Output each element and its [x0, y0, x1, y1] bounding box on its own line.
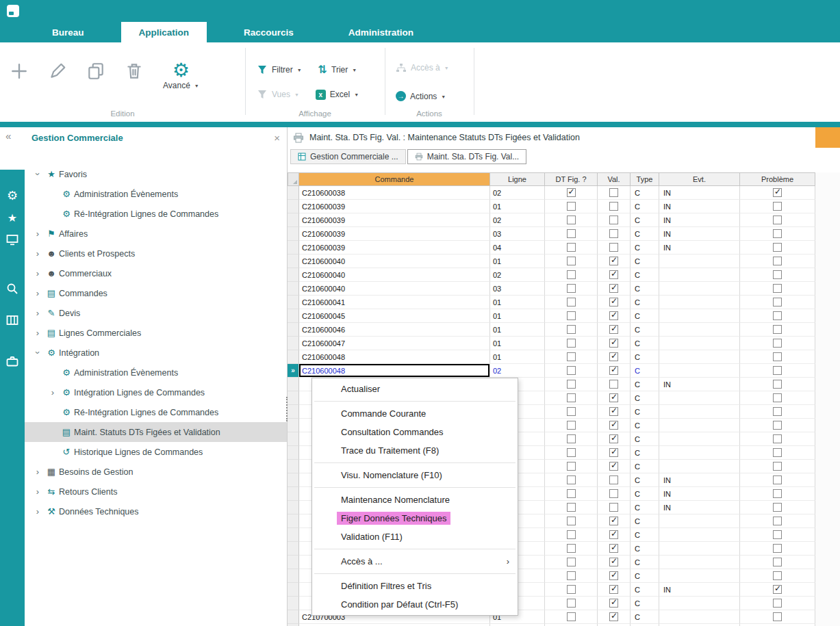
chevron-icon[interactable]: › [31, 308, 44, 318]
dt-checkbox[interactable] [567, 380, 576, 389]
command-cell[interactable]: C210600047 [299, 337, 490, 350]
type-cell[interactable]: C [631, 542, 659, 556]
type-cell[interactable]: C [631, 419, 659, 432]
sidebar-item[interactable]: ›☻Commerciaux [25, 263, 287, 283]
tab-bureau[interactable]: Bureau [34, 22, 102, 42]
command-cell[interactable]: C210600040 [299, 268, 490, 282]
probleme-checkbox[interactable] [773, 202, 782, 211]
row-marker[interactable] [288, 282, 299, 296]
table-row[interactable]: C21060003802CIN [288, 186, 840, 200]
dt-checkbox[interactable] [567, 298, 576, 307]
probleme-checkbox[interactable] [773, 216, 782, 224]
probleme-checkbox[interactable] [773, 325, 782, 334]
evt-cell[interactable] [659, 419, 740, 432]
evt-cell[interactable] [659, 597, 740, 610]
dt-checkbox[interactable] [567, 325, 576, 334]
sort-button[interactable]: ⇅ Trier [318, 63, 357, 76]
probleme-checkbox[interactable] [773, 448, 782, 457]
probleme-checkbox[interactable] [773, 475, 782, 484]
ligne-cell[interactable]: 01 [490, 255, 545, 268]
evt-cell[interactable] [659, 268, 740, 282]
favorites-icon[interactable]: ★ [0, 207, 25, 229]
command-cell[interactable]: C210600048 [299, 350, 490, 364]
evt-cell[interactable]: IN [659, 241, 740, 255]
val-checkbox[interactable] [609, 339, 618, 348]
dt-checkbox[interactable] [567, 599, 576, 608]
type-cell[interactable]: C [631, 528, 659, 542]
probleme-checkbox[interactable] [773, 270, 782, 279]
access-button[interactable]: Accès à [396, 63, 449, 73]
dt-checkbox[interactable] [567, 188, 576, 197]
dt-checkbox[interactable] [567, 489, 576, 498]
evt-cell[interactable] [659, 364, 740, 378]
filter-button[interactable]: Filtrer [257, 63, 302, 76]
dt-checkbox[interactable] [567, 202, 576, 211]
row-marker[interactable] [288, 460, 299, 473]
evt-cell[interactable] [659, 610, 740, 624]
dt-checkbox[interactable] [567, 530, 576, 539]
val-checkbox[interactable] [609, 558, 618, 566]
sidebar-item[interactable]: ▤Maint. Statuts DTs Figées et Validation [25, 422, 287, 442]
evt-cell[interactable] [659, 323, 740, 337]
ligne-cell[interactable]: 01 [490, 323, 545, 337]
probleme-checkbox[interactable] [773, 503, 782, 512]
row-marker[interactable] [288, 309, 299, 323]
probleme-checkbox[interactable] [773, 421, 782, 430]
evt-cell[interactable] [659, 391, 740, 405]
delete-button[interactable] [125, 62, 144, 81]
context-menu-item[interactable]: Accès à ...› [312, 552, 518, 571]
val-checkbox[interactable] [609, 448, 618, 457]
row-marker[interactable] [288, 186, 299, 200]
type-cell[interactable]: C [631, 556, 659, 569]
evt-cell[interactable] [659, 432, 740, 446]
evt-cell[interactable] [659, 528, 740, 542]
row-marker[interactable] [288, 528, 299, 542]
probleme-checkbox[interactable] [773, 352, 782, 361]
sidebar-item[interactable]: ›▤Commandes [25, 283, 287, 303]
context-menu-item[interactable]: Figer Données Techniques [312, 509, 518, 527]
row-marker[interactable] [288, 241, 299, 255]
context-menu-item[interactable]: Condition par Défaut (Ctrl-F5) [312, 595, 518, 614]
column-header[interactable]: Val. [598, 172, 631, 186]
evt-cell[interactable]: IN [659, 473, 740, 487]
row-marker[interactable] [288, 255, 299, 268]
row-marker[interactable] [288, 227, 299, 241]
type-cell[interactable]: C [631, 597, 659, 610]
table-row[interactable]: C21060004001C [288, 255, 840, 268]
select-all-corner[interactable] [288, 172, 299, 186]
probleme-checkbox[interactable] [773, 517, 782, 525]
table-row[interactable]: C21060004101C [288, 296, 840, 309]
chevron-icon[interactable]: › [33, 168, 43, 181]
sidebar-item[interactable]: ›▦Besoins de Gestion [25, 462, 287, 482]
command-cell[interactable]: C210600041 [299, 296, 490, 309]
sidebar-item[interactable]: ›⚑Affaires [25, 224, 287, 244]
probleme-checkbox[interactable] [773, 188, 782, 197]
probleme-checkbox[interactable] [773, 243, 782, 252]
copy-button[interactable] [86, 62, 105, 81]
evt-cell[interactable] [659, 556, 740, 569]
chevron-icon[interactable]: › [31, 486, 44, 497]
probleme-checkbox[interactable] [773, 585, 782, 594]
type-cell[interactable]: C [631, 405, 659, 419]
sidebar-item[interactable]: ⚙Ré-Intégration Lignes de Commandes [25, 204, 287, 224]
evt-cell[interactable] [659, 282, 740, 296]
sidebar-item[interactable]: ›★Favoris [25, 164, 287, 184]
table-row[interactable]: C21060004601C [288, 323, 840, 337]
val-checkbox[interactable] [609, 612, 618, 621]
type-cell[interactable]: C [631, 227, 659, 241]
type-cell[interactable]: C [631, 309, 659, 323]
table-row[interactable]: C21060003903CIN [288, 227, 840, 241]
collapse-sidebar-icon[interactable]: « [5, 130, 11, 142]
type-cell[interactable]: C [631, 514, 659, 528]
val-checkbox[interactable] [609, 188, 618, 197]
dt-checkbox[interactable] [567, 571, 576, 580]
table-row[interactable]: C21060004002C [288, 268, 840, 282]
probleme-checkbox[interactable] [773, 612, 782, 621]
chevron-icon[interactable]: › [31, 268, 44, 278]
dt-checkbox[interactable] [567, 393, 576, 402]
val-checkbox[interactable] [609, 585, 618, 594]
type-cell[interactable]: C [631, 296, 659, 309]
val-checkbox[interactable] [609, 366, 618, 375]
table-row[interactable]: C21060003902CIN [288, 213, 840, 227]
probleme-checkbox[interactable] [773, 298, 782, 307]
